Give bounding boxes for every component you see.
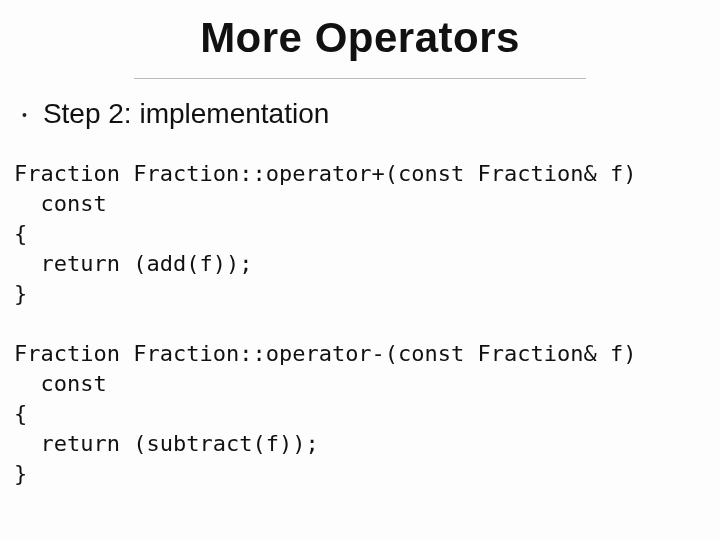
slide: More Operators • Step 2: implementation … [0,0,720,540]
slide-title: More Operators [12,14,708,62]
step-text: Step 2: implementation [43,97,329,131]
bullet-icon: • [22,97,27,133]
code-block-2: Fraction Fraction::operator-(const Fract… [14,339,708,489]
bullet-item: • Step 2: implementation [20,97,708,133]
title-divider [134,78,586,79]
code-block-1: Fraction Fraction::operator+(const Fract… [14,159,708,309]
